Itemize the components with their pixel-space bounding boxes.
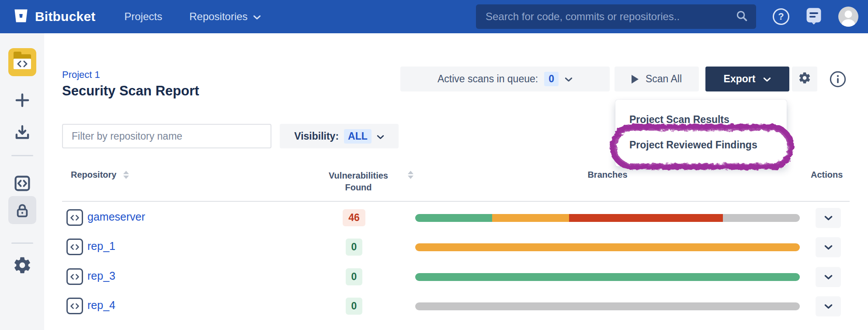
table-row: rep_4 0 bbox=[0, 291, 868, 321]
messages-icon[interactable] bbox=[806, 7, 822, 26]
vulnerabilities-count-badge: 0 bbox=[346, 268, 363, 285]
nav-item-repositories[interactable]: Repositories bbox=[189, 11, 260, 23]
branches-status-bar bbox=[415, 302, 800, 310]
column-header-actions: Actions bbox=[811, 170, 843, 180]
download-icon bbox=[13, 123, 31, 144]
column-header-vulnerabilities[interactable]: Vulnerabilities Found bbox=[306, 170, 411, 193]
visibility-label: Visibility: bbox=[294, 130, 339, 142]
repository-code-icon bbox=[66, 268, 83, 285]
code-icon bbox=[14, 59, 31, 69]
user-avatar[interactable] bbox=[838, 7, 858, 27]
column-header-repository[interactable]: Repository bbox=[71, 170, 129, 180]
bitbucket-security-scan-page: Bitbucket Projects Repositories ? bbox=[0, 0, 868, 330]
branches-status-bar bbox=[415, 214, 800, 222]
vulnerabilities-count-badge: 0 bbox=[346, 298, 363, 315]
row-actions-dropdown-button[interactable] bbox=[816, 267, 841, 287]
branch-bar-segment bbox=[415, 243, 800, 251]
bitbucket-logo-icon bbox=[13, 8, 29, 25]
vulnerabilities-count-badge: 46 bbox=[343, 209, 365, 226]
primary-nav: Projects Repositories bbox=[96, 11, 261, 23]
row-actions-dropdown-button[interactable] bbox=[816, 237, 841, 257]
branch-bar-segment bbox=[415, 214, 492, 222]
sidebar-divider bbox=[11, 155, 33, 156]
queue-label: Active scans in queue: bbox=[437, 73, 538, 85]
repository-code-icon bbox=[66, 239, 83, 255]
brand-name: Bitbucket bbox=[35, 9, 96, 24]
sidebar-item-clone[interactable] bbox=[0, 123, 44, 144]
top-navigation-bar: Bitbucket Projects Repositories ? bbox=[0, 0, 868, 33]
repository-link[interactable]: rep_4 bbox=[87, 299, 115, 312]
chevron-down-icon bbox=[253, 11, 261, 23]
page-title: Security Scan Report bbox=[62, 83, 199, 99]
branch-bar-segment bbox=[415, 273, 800, 281]
branch-bar-segment bbox=[723, 214, 800, 222]
global-search bbox=[476, 4, 756, 29]
sort-icon bbox=[408, 171, 413, 179]
play-icon bbox=[632, 75, 639, 84]
menu-item-project-reviewed-findings[interactable]: Project Reviewed Findings bbox=[615, 132, 787, 158]
visibility-dropdown[interactable]: Visibility: ALL bbox=[280, 124, 399, 148]
branch-bar-segment bbox=[569, 214, 723, 222]
report-settings-button[interactable] bbox=[792, 67, 817, 91]
project-avatar-folder-code-icon[interactable] bbox=[8, 48, 36, 76]
branch-bar-segment bbox=[492, 214, 569, 222]
help-icon[interactable]: ? bbox=[773, 8, 789, 25]
table-row: rep_3 0 bbox=[0, 262, 868, 291]
column-header-branches: Branches bbox=[564, 170, 651, 180]
nav-item-projects[interactable]: Projects bbox=[125, 11, 163, 23]
code-box-icon bbox=[13, 174, 31, 194]
sort-icon bbox=[123, 171, 129, 179]
branches-status-bar bbox=[415, 243, 800, 251]
chevron-down-icon bbox=[763, 73, 771, 85]
nav-right-cluster: ? bbox=[773, 0, 858, 33]
chevron-down-icon bbox=[377, 130, 384, 142]
gear-icon bbox=[798, 71, 811, 87]
active-scans-queue-dropdown[interactable]: Active scans in queue: 0 bbox=[400, 67, 610, 91]
branches-status-bar bbox=[415, 273, 800, 281]
repository-link[interactable]: gameserver bbox=[87, 211, 145, 223]
export-dropdown-menu: Project Scan Results Project Reviewed Fi… bbox=[615, 100, 787, 166]
row-actions-dropdown-button[interactable] bbox=[816, 296, 841, 316]
table-header-divider bbox=[62, 201, 850, 202]
queue-count-badge: 0 bbox=[544, 72, 559, 86]
bitbucket-home-link[interactable]: Bitbucket bbox=[13, 8, 96, 25]
info-icon[interactable] bbox=[829, 70, 847, 88]
menu-item-project-scan-results[interactable]: Project Scan Results bbox=[615, 107, 787, 132]
scan-all-button[interactable]: Scan All bbox=[615, 67, 699, 91]
sidebar-item-source[interactable] bbox=[0, 174, 44, 194]
visibility-value-badge: ALL bbox=[344, 129, 372, 144]
search-icon[interactable] bbox=[735, 9, 748, 24]
export-button[interactable]: Export bbox=[705, 67, 789, 91]
chevron-down-icon bbox=[565, 73, 573, 85]
row-actions-dropdown-button[interactable] bbox=[816, 208, 841, 228]
repository-link[interactable]: rep_3 bbox=[87, 270, 115, 282]
table-row: gameserver 46 bbox=[0, 203, 868, 232]
repository-filter-input[interactable] bbox=[62, 124, 271, 148]
search-input[interactable] bbox=[486, 11, 735, 23]
repository-code-icon bbox=[66, 298, 83, 314]
plus-icon bbox=[13, 91, 31, 111]
repository-code-icon bbox=[66, 209, 83, 226]
sidebar-item-create[interactable] bbox=[0, 91, 44, 111]
vulnerabilities-count-badge: 0 bbox=[346, 239, 363, 256]
table-row: rep_1 0 bbox=[0, 232, 868, 262]
breadcrumb-project-link[interactable]: Project 1 bbox=[62, 69, 100, 81]
repository-link[interactable]: rep_1 bbox=[87, 240, 115, 253]
branch-bar-segment bbox=[415, 302, 800, 310]
